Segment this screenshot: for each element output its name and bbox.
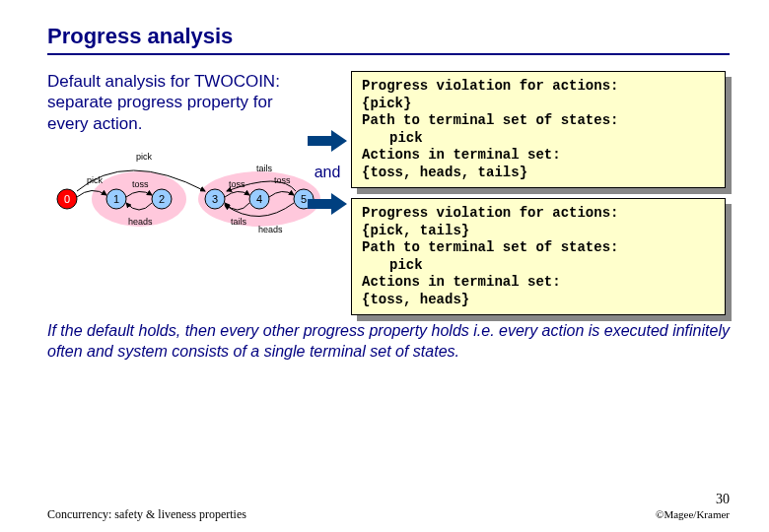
code-line: Actions in terminal set: [362,274,561,290]
state-5: 5 [301,193,307,205]
edge-label: toss [132,179,149,189]
edge-label: heads [128,217,153,227]
edge-label: tails [256,164,273,173]
code-line: Actions in terminal set: [362,147,561,163]
title-rule [47,53,730,55]
code-line: {toss, heads, tails} [362,165,527,180]
code-line: {pick, tails} [362,223,469,238]
code-line: pick [362,130,715,148]
code-line: Progress violation for actions: [362,205,618,221]
state-0: 0 [64,193,70,205]
credit: ©Magee/Kramer [656,508,730,520]
state-diagram: 0 1 2 3 4 5 pick pick [47,148,323,240]
footer: Concurrency: safety & liveness propertie… [47,492,730,522]
conclusion-text: If the default holds, then every other p… [47,321,730,363]
arrow-column: and [308,130,347,215]
edge-label: pick [136,152,153,162]
violation-box-2: Progress violation for actions: {pick, t… [351,198,726,315]
edge-label: toss [274,175,291,185]
svg-marker-9 [308,193,347,215]
code-line: Path to terminal set of states: [362,112,618,128]
default-analysis-text: Default analysis for TWOCOIN: separate p… [47,71,304,134]
codebox-column: Progress violation for actions: {pick} P… [351,71,726,315]
left-column: Default analysis for TWOCOIN: separate p… [47,71,304,250]
page-title: Progress analysis [47,24,730,49]
code-line: pick [362,257,715,275]
page-number: 30 [716,492,730,506]
edge-label: tails [231,217,247,227]
code-line: Path to terminal set of states: [362,239,618,255]
state-1: 1 [113,193,119,205]
state-2: 2 [159,193,165,205]
svg-marker-8 [308,130,347,152]
and-label: and [315,164,341,181]
content-grid: Default analysis for TWOCOIN: separate p… [47,71,730,315]
arrow-right-icon [308,130,347,152]
edge-label: heads [258,225,283,234]
code-line: Progress violation for actions: [362,78,618,94]
code-line: {pick} [362,96,411,111]
violation-box-1: Progress violation for actions: {pick} P… [351,71,726,188]
arrow-right-icon [308,193,347,215]
state-4: 4 [256,193,262,205]
state-3: 3 [212,193,218,205]
code-line: {toss, heads} [362,292,469,307]
footer-topic: Concurrency: safety & liveness propertie… [47,507,246,522]
